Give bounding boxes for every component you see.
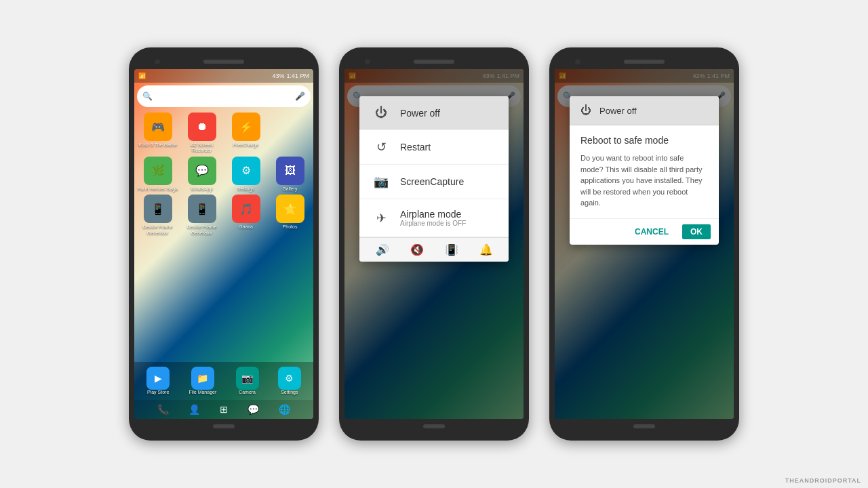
app-farm-label: Farm Heroes Saga (138, 186, 178, 192)
app-photos-icon: ⭐ (276, 195, 304, 223)
poweroff-label: Power off (400, 108, 440, 119)
phone-1: 📶 43% 1:41 PM 🔍 🎤 🎮 Krish 3 The Game (129, 47, 319, 441)
app-krish[interactable]: 🎮 Krish 3 The Game (137, 113, 178, 154)
phone-2-top-bar (344, 54, 524, 69)
app-dfg1[interactable]: 📱 Device Frame Generator (137, 195, 178, 236)
power-menu-screencapture[interactable]: 📷 ScreenCapture (359, 165, 509, 199)
dock-camera-icon: 📷 (236, 367, 259, 390)
phone-1-mic-icon: 🎤 (295, 92, 305, 101)
dock-camera[interactable]: 📷 Camera (236, 367, 259, 395)
app-dfg1-icon: 📱 (144, 195, 172, 223)
power-menu-restart[interactable]: ↺ Restart (359, 130, 509, 165)
wifi-icon: 📶 (138, 73, 146, 79)
app-dfg2[interactable]: 📱 Device Frame Generator (181, 195, 222, 236)
app-photos[interactable]: ⭐ Photos (269, 195, 311, 236)
phone-3-camera (575, 59, 580, 64)
dock-playstore-label: Play Store (147, 390, 169, 395)
nav-contacts-icon[interactable]: 👤 (189, 404, 200, 415)
app-whatsapp[interactable]: 💬 WhatsApp (181, 157, 222, 192)
app-dfg2-label: Device Frame Generator (181, 224, 222, 236)
app-empty1 (269, 113, 311, 154)
dock-filemanager-icon: 📁 (191, 367, 214, 390)
dock-filemanager[interactable]: 📁 File Manager (189, 367, 216, 395)
vol-vibrate-icon[interactable]: 📳 (445, 243, 458, 256)
phone-2-power-overlay: ⏻ Power off ↺ Restart 📷 ScreenCapture ✈ (344, 69, 524, 419)
phone-1-camera (155, 59, 160, 64)
dialog-safe-mode-title: Reboot to safe mode (570, 125, 719, 150)
phone-3-top-bar (555, 54, 734, 69)
dock-playstore-icon: ▶ (146, 367, 170, 390)
app-gaana[interactable]: 🎵 Gaana (225, 195, 267, 236)
phone-2: 📶 43% 1:41 PM 🔍 🎤 🎮 ⏺ ⚡ (339, 47, 529, 441)
dialog-actions: CANCEL OK (570, 218, 719, 245)
phone-1-top-bar (134, 54, 313, 69)
app-farm-heroes[interactable]: 🌿 Farm Heroes Saga (137, 157, 178, 192)
phone-1-search-bar[interactable]: 🔍 🎤 (137, 85, 311, 107)
phone-1-time: 1:41 PM (286, 73, 309, 79)
app-whatsapp-icon: 💬 (188, 157, 216, 185)
dock-settings[interactable]: ⚙ Settings (278, 367, 301, 395)
nav-phone-icon[interactable]: 📞 (157, 404, 169, 415)
dock-filemanager-label: File Manager (189, 390, 216, 395)
vol-up-icon[interactable]: 🔊 (376, 243, 389, 256)
phone-3-dialog-box: ⏻ Power off Reboot to safe mode Do you w… (570, 96, 719, 245)
app-az-icon: ⏺ (188, 113, 216, 141)
phone-3-bottom-bar (555, 419, 734, 434)
vol-mute-icon[interactable]: 🔇 (410, 243, 424, 256)
restart-label: Restart (400, 142, 431, 152)
app-gallery-label: Gallery (282, 186, 297, 192)
phone-2-bottom-bar (344, 419, 524, 434)
phone-1-bottom-bar (134, 419, 313, 434)
dialog-power-title: Power off (599, 106, 637, 116)
screencapture-icon: 📷 (373, 174, 389, 189)
app-krish-icon: 🎮 (144, 113, 172, 141)
dialog-cancel-button[interactable]: CANCEL (629, 224, 674, 239)
phone-3: 📶 42% 1:41 PM 🔍 🎤 🎮 ⏺ ⚡ (549, 47, 739, 441)
app-settings[interactable]: ⚙ Settings (225, 157, 267, 192)
phone-1-screen: 📶 43% 1:41 PM 🔍 🎤 🎮 Krish 3 The Game (134, 69, 313, 419)
poweroff-icon: ⏻ (373, 106, 389, 120)
phone-3-home-btn[interactable] (633, 424, 655, 428)
phone-1-dock: ▶ Play Store 📁 File Manager 📷 Camera ⚙ S… (134, 362, 313, 400)
phone-2-power-menu: ⏻ Power off ↺ Restart 📷 ScreenCapture ✈ (359, 96, 509, 262)
app-gaana-label: Gaana (239, 224, 253, 230)
screencapture-label: ScreenCapture (400, 176, 464, 187)
app-farm-icon: 🌿 (144, 157, 172, 185)
phone-1-status-bar: 📶 43% 1:41 PM (134, 69, 313, 83)
phone-2-home-btn[interactable] (423, 424, 445, 428)
power-menu-poweroff[interactable]: ⏻ Power off (359, 96, 509, 130)
phone-1-content: 📶 43% 1:41 PM 🔍 🎤 🎮 Krish 3 The Game (134, 69, 313, 419)
phone-3-speaker (624, 60, 665, 64)
dock-settings-icon: ⚙ (278, 367, 301, 390)
restart-icon: ↺ (373, 140, 389, 155)
phone-1-speaker (203, 60, 244, 64)
app-settings-label: Settings (237, 186, 254, 192)
nav-apps-icon[interactable]: ⊞ (220, 404, 228, 415)
app-settings-icon: ⚙ (232, 157, 260, 185)
app-dfg2-icon: 📱 (188, 195, 216, 223)
dialog-power-header: ⏻ Power off (570, 96, 719, 125)
app-freecharge-label: FreeCharge (233, 142, 258, 148)
watermark: THEANDROIDPORTAL (785, 477, 861, 484)
dock-playstore[interactable]: ▶ Play Store (146, 367, 170, 395)
vol-ring-icon[interactable]: 🔔 (479, 243, 493, 256)
dialog-ok-button[interactable]: OK (682, 224, 711, 239)
phone-1-search-icon: 🔍 (142, 92, 153, 101)
phone-1-bottom-nav: 📞 👤 ⊞ 💬 🌐 (134, 400, 313, 419)
airplane-icon: ✈ (373, 211, 389, 226)
app-gaana-icon: 🎵 (232, 195, 260, 223)
app-az-recorder[interactable]: ⏺ AZ Screen Recorder (181, 113, 222, 154)
app-freecharge-icon: ⚡ (232, 113, 260, 141)
phone-1-app-grid: 🎮 Krish 3 The Game ⏺ AZ Screen Recorder … (134, 110, 313, 239)
app-empty1-icon (276, 113, 304, 141)
phone-showcase: 📶 43% 1:41 PM 🔍 🎤 🎮 Krish 3 The Game (129, 47, 739, 441)
nav-messages-icon[interactable]: 💬 (248, 404, 259, 415)
app-freecharge[interactable]: ⚡ FreeCharge (225, 113, 267, 154)
app-gallery[interactable]: 🖼 Gallery (269, 157, 311, 192)
phone-1-home-btn[interactable] (213, 424, 235, 428)
power-menu-airplane[interactable]: ✈ Airplane mode Airplane mode is OFF (359, 199, 509, 237)
nav-browser-icon[interactable]: 🌐 (279, 404, 290, 415)
phone-1-battery: 43% (272, 73, 284, 79)
app-az-label: AZ Screen Recorder (181, 142, 222, 154)
phone-3-dialog-overlay: ⏻ Power off Reboot to safe mode Do you w… (555, 69, 734, 419)
